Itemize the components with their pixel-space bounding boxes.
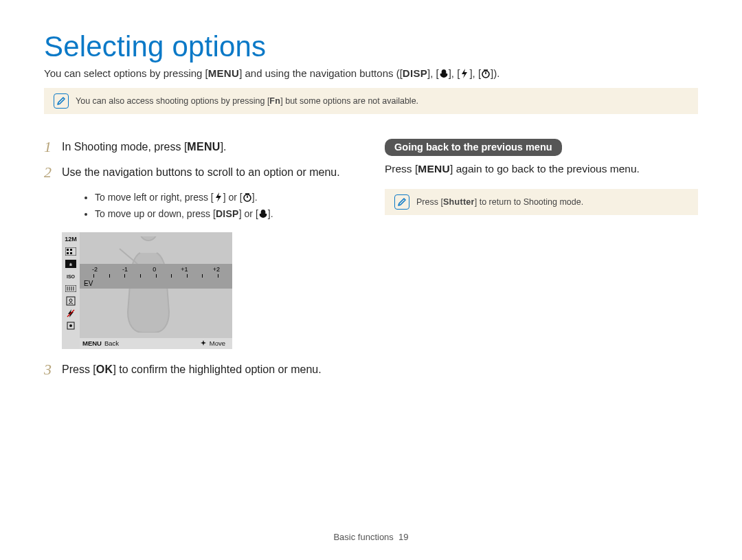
disp-button-label: DISP — [216, 208, 239, 219]
b1-post: ]. — [252, 192, 258, 203]
bullet-1: To move left or right, press [] or []. — [95, 190, 357, 206]
svg-marker-23 — [201, 340, 206, 346]
note-icon — [54, 93, 69, 109]
dpad-icon — [200, 340, 207, 347]
step-1-text: In Shooting mode, press [MENU]. — [62, 139, 227, 155]
step-3-post: ] to confirm the highlighted option or m… — [113, 363, 321, 375]
ev-mark: -2 — [92, 266, 98, 273]
right-column: Going back to the previous menu Press [M… — [385, 139, 698, 387]
flash-off-icon — [65, 309, 77, 319]
note-top-post: ] but some options are not available. — [280, 96, 418, 106]
svg-rect-6 — [65, 247, 76, 256]
note-right: Press [Shutter] to return to Shooting mo… — [385, 189, 698, 215]
lcd-footer-menu: MENU — [80, 339, 102, 347]
intro-pre: You can select options by pressing [ — [44, 67, 208, 79]
ev-mark: 0 — [153, 266, 156, 273]
flash-icon — [460, 69, 469, 78]
ev-mark: +2 — [213, 266, 220, 273]
lcd-footer-move: Move — [210, 339, 225, 347]
step-2-text: Use the navigation buttons to scroll to … — [62, 164, 340, 180]
fn-button-label: Fn — [269, 96, 280, 106]
menu-button-label: MENU — [208, 67, 239, 79]
face-detect-icon — [65, 296, 77, 306]
ev-mark: +1 — [181, 266, 188, 273]
b1-pre: To move left or right, press [ — [95, 192, 214, 203]
wb-icon — [65, 284, 77, 294]
resolution-icon: 12M — [65, 234, 77, 245]
lcd-left-icons: 12M ± ISO — [62, 232, 80, 349]
macro-icon — [439, 69, 449, 78]
page-title: Selecting options — [44, 30, 698, 63]
svg-rect-10 — [70, 252, 72, 254]
macro-icon — [258, 209, 268, 219]
lcd-footer: MENU Back Move — [80, 338, 232, 349]
note-r-post: ] to return to Shooting mode. — [475, 197, 583, 207]
shutter-button-label: Shutter — [443, 197, 475, 207]
b1-or: ] or [ — [223, 192, 243, 203]
step-1-number: 1 — [44, 139, 55, 155]
flash-icon — [214, 192, 223, 202]
intro-sep1: ], [ — [427, 67, 439, 79]
svg-text:±: ± — [69, 262, 72, 267]
intro-end: ]). — [491, 67, 499, 79]
step-1-post: ]. — [221, 141, 227, 153]
b2-post: ]. — [268, 208, 273, 219]
svg-point-19 — [69, 299, 72, 302]
note-r-pre: Press [ — [416, 197, 443, 207]
svg-rect-9 — [67, 252, 69, 254]
b2-or: ] or [ — [239, 208, 258, 219]
note-top-pre: You can also access shooting options by … — [76, 96, 269, 106]
timer-icon — [481, 69, 491, 78]
rcol-pre: Press [ — [385, 163, 418, 175]
ev-slider-bar: -2 -1 0 +1 +2 EV — [80, 264, 232, 289]
svg-rect-8 — [70, 249, 72, 251]
right-column-text: Press [MENU] again to go back to the pre… — [385, 161, 698, 177]
ok-button-label: OK — [96, 363, 113, 375]
subsection-heading: Going back to the previous menu — [385, 139, 562, 156]
intro-line: You can select options by pressing [MENU… — [44, 67, 698, 80]
svg-rect-7 — [67, 249, 69, 251]
ev-mark: -1 — [122, 266, 128, 273]
note-top-text: You can also access shooting options by … — [76, 96, 418, 106]
note-icon — [394, 194, 409, 210]
step-3-number: 3 — [44, 361, 55, 377]
rcol-post: ] again to go back to the previous menu. — [450, 163, 640, 175]
footer-page-number: 19 — [398, 532, 408, 542]
bullet-2: To move up or down, press [DISP] or []. — [95, 206, 357, 223]
ev-label: EV — [84, 280, 93, 287]
iso-icon: ISO — [65, 271, 77, 282]
page-footer: Basic functions 19 — [0, 532, 742, 542]
menu-button-label: MENU — [418, 163, 450, 175]
svg-rect-13 — [65, 285, 76, 292]
b2-pre: To move up or down, press [ — [95, 208, 216, 219]
camera-lcd-preview: 12M ± ISO -2 -1 — [62, 232, 232, 349]
intro-sep3: ], [ — [469, 67, 481, 79]
quality-icon — [65, 247, 77, 257]
lcd-footer-back: Back — [102, 339, 119, 347]
intro-mid: ] and using the navigation buttons ([ — [239, 67, 403, 79]
note-top: You can also access shooting options by … — [44, 88, 698, 114]
step-1-pre: In Shooting mode, press [ — [62, 141, 187, 153]
step-3-text: Press [OK] to confirm the highlighted op… — [62, 361, 322, 377]
ev-icon: ± — [65, 259, 77, 269]
footer-section: Basic functions — [333, 532, 393, 542]
step-2-bullets: To move left or right, press [] or []. T… — [67, 190, 357, 223]
left-column: 1 In Shooting mode, press [MENU]. 2 Use … — [44, 139, 357, 387]
step-2-number: 2 — [44, 164, 55, 180]
note-right-text: Press [Shutter] to return to Shooting mo… — [416, 197, 583, 207]
timer-icon — [243, 192, 252, 202]
menu-button-label: MENU — [187, 141, 220, 153]
svg-point-22 — [69, 324, 72, 327]
intro-sep2: ], [ — [449, 67, 460, 79]
focus-icon — [65, 321, 77, 331]
svg-rect-18 — [67, 297, 75, 305]
disp-button-label: DISP — [403, 67, 427, 79]
step-3-pre: Press [ — [62, 363, 96, 375]
